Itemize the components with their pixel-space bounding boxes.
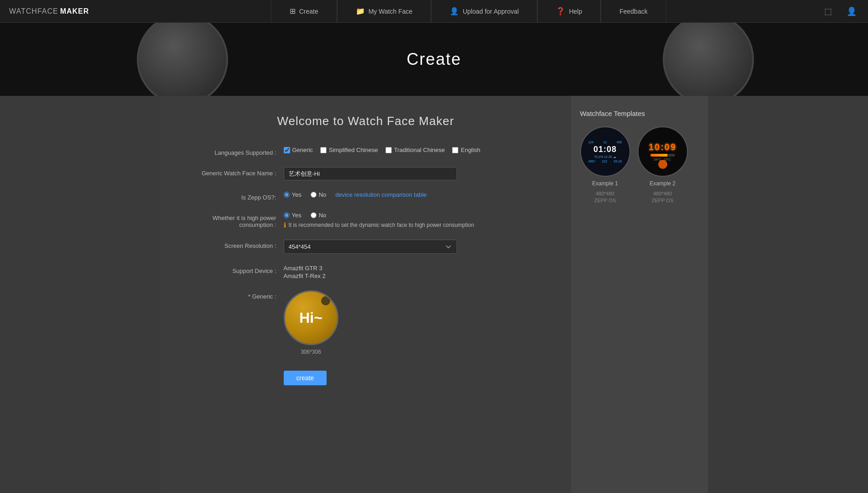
zepp-os-yes-radio[interactable] <box>284 192 290 198</box>
nav-links: ⊞ Create 📁 My Watch Face 👤 Upload for Ap… <box>116 0 821 23</box>
screen-resolution-label: Screen Resolution : <box>188 240 284 249</box>
high-power-no-label: No <box>319 212 327 219</box>
checkbox-simplified-chinese-input[interactable] <box>320 147 327 153</box>
create-button[interactable]: create <box>284 371 327 385</box>
nav-help-label: Help <box>569 8 582 15</box>
watch-face-name-input[interactable] <box>284 167 457 180</box>
welcome-title: Welcome to Watch Face Maker <box>188 114 544 128</box>
nav-feedback-label: Feedback <box>619 8 647 15</box>
high-power-yes[interactable]: Yes <box>284 212 301 219</box>
high-power-yes-radio[interactable] <box>284 212 290 218</box>
high-power-no-radio[interactable] <box>311 212 317 218</box>
watch-preview-text: Hi~ <box>299 309 322 326</box>
high-power-inner: Yes No ℹ It is recommended to set the dy… <box>284 212 474 229</box>
checkbox-simplified-chinese[interactable]: Simplified Chinese <box>320 147 378 153</box>
high-power-no[interactable]: No <box>311 212 327 219</box>
high-power-row: Whether it is high power consumption : Y… <box>188 212 544 229</box>
help-icon: ❓ <box>556 7 565 16</box>
high-power-info: ℹ It is recommended to set the dynamic w… <box>284 221 474 229</box>
template-item-2[interactable]: 10:09 04°C10°C Example 2 480*480 <box>638 126 688 205</box>
preview-size: 306*306 <box>301 349 321 355</box>
zepp-os-yes-label: Yes <box>292 191 301 198</box>
nav-help[interactable]: ❓ Help <box>537 0 601 23</box>
screen-resolution-select[interactable]: 454*454 480*480 390*390 320*300 <box>284 240 457 254</box>
wf2-gauge <box>650 154 675 157</box>
checkbox-simplified-chinese-label: Simplified Chinese <box>329 147 378 153</box>
main-content: Welcome to Watch Face Maker Languages Su… <box>0 96 868 493</box>
languages-row: Languages Supported : Generic Simplified… <box>188 147 544 156</box>
info-icon: ℹ <box>284 221 286 229</box>
device-list: Amazfit GTR 3 Amazfit T-Rex 2 <box>284 265 326 279</box>
generic-preview-row: * Generic : Hi~ 306*306 <box>188 290 544 355</box>
checkbox-group-languages: Generic Simplified Chinese Traditional C… <box>284 147 480 153</box>
zepp-os-label: Is Zepp OS?: <box>188 191 284 201</box>
high-power-info-text: It is recommended to set the dynamic wat… <box>289 222 474 228</box>
form-panel: Welcome to Watch Face Maker Languages Su… <box>161 96 571 493</box>
device-resolution-link[interactable]: device resolution comparison table <box>335 191 426 198</box>
navigation: WATCHFACE MAKER ⊞ Create 📁 My Watch Face… <box>0 0 868 23</box>
nav-create-label: Create <box>299 8 318 15</box>
nav-right: ⬚ 👤 <box>821 4 859 19</box>
zepp-os-content: Yes No device resolution comparison tabl… <box>284 191 544 198</box>
watch-face-name-label: Generic Watch Face Name : <box>188 167 284 177</box>
checkbox-generic-label: Generic <box>292 147 313 153</box>
hero-section: Create <box>0 23 868 96</box>
templates-grid: 12412456 01:08 70.2% 12.25 ☁ 456722205-2… <box>580 126 699 205</box>
zepp-os-row: Is Zepp OS?: Yes No device resolution co… <box>188 191 544 201</box>
checkbox-english-label: English <box>461 147 480 153</box>
languages-content: Generic Simplified Chinese Traditional C… <box>284 147 544 153</box>
watch-face-name-row: Generic Watch Face Name : <box>188 167 544 180</box>
checkbox-english-input[interactable] <box>452 147 458 153</box>
checkbox-traditional-chinese[interactable]: Traditional Chinese <box>385 147 445 153</box>
support-device-row: Support Device : Amazfit GTR 3 Amazfit T… <box>188 265 544 279</box>
templates-panel: Watchface Templates 12412456 01:08 70.2%… <box>571 96 708 493</box>
screen-resolution-row: Screen Resolution : 454*454 480*480 390*… <box>188 240 544 254</box>
upload-icon: 👤 <box>450 7 459 16</box>
checkbox-generic[interactable]: Generic <box>284 147 313 153</box>
high-power-label: Whether it is high power consumption : <box>188 212 284 228</box>
checkbox-generic-input[interactable] <box>284 147 290 153</box>
generic-upload-label: * Generic : <box>188 290 284 300</box>
device-item-1: Amazfit T-Rex 2 <box>284 273 326 279</box>
nav-my-watch-face[interactable]: 📁 My Watch Face <box>337 0 431 23</box>
watch-face-name-content <box>284 167 544 180</box>
wf1-top-row: 12412456 <box>585 141 626 144</box>
hero-watch-left <box>137 23 228 96</box>
app-logo: WATCHFACE MAKER <box>9 7 89 16</box>
logo-watchface: WATCHFACE <box>9 7 58 16</box>
languages-label: Languages Supported : <box>188 147 284 156</box>
zepp-os-no[interactable]: No <box>311 191 327 198</box>
checkbox-traditional-chinese-label: Traditional Chinese <box>394 147 445 153</box>
nav-user-icon[interactable]: 👤 <box>844 4 859 19</box>
watch-preview[interactable]: Hi~ <box>284 290 338 345</box>
nav-feedback[interactable]: Feedback <box>601 0 666 23</box>
screen-resolution-content: 454*454 480*480 390*390 320*300 <box>284 240 544 254</box>
create-icon: ⊞ <box>290 7 296 16</box>
generic-preview-content: Hi~ 306*306 <box>284 290 544 355</box>
watch-decoration <box>321 296 330 305</box>
template-watch-2: 10:09 04°C10°C <box>638 126 688 177</box>
nav-screen-icon[interactable]: ⬚ <box>821 4 835 19</box>
checkbox-english[interactable]: English <box>452 147 480 153</box>
wf2-time: 10:09 <box>649 142 676 152</box>
zepp-os-no-label: No <box>319 191 327 198</box>
zepp-os-yes[interactable]: Yes <box>284 191 301 198</box>
create-label-spacer <box>188 366 284 369</box>
folder-icon: 📁 <box>356 7 365 16</box>
template-meta-2: 480*480 ZEPP OS <box>652 190 673 205</box>
templates-title: Watchface Templates <box>580 110 699 117</box>
nav-upload-for-approval[interactable]: 👤 Upload for Approval <box>431 0 537 23</box>
template-watch-1: 12412456 01:08 70.2% 12.25 ☁ 456722205-2… <box>580 126 630 177</box>
create-button-content: create <box>284 366 544 385</box>
hero-watch-right <box>663 23 754 96</box>
nav-upload-label: Upload for Approval <box>463 8 519 15</box>
wf1-time: 01:08 <box>593 145 617 154</box>
checkbox-traditional-chinese-input[interactable] <box>385 147 392 153</box>
wf2-circle <box>658 160 667 169</box>
zepp-os-radio-group: Yes No device resolution comparison tabl… <box>284 191 427 198</box>
high-power-yes-label: Yes <box>292 212 301 219</box>
nav-create[interactable]: ⊞ Create <box>271 0 337 23</box>
template-item-1[interactable]: 12412456 01:08 70.2% 12.25 ☁ 456722205-2… <box>580 126 630 205</box>
hero-title: Create <box>406 50 461 69</box>
zepp-os-no-radio[interactable] <box>311 192 317 198</box>
